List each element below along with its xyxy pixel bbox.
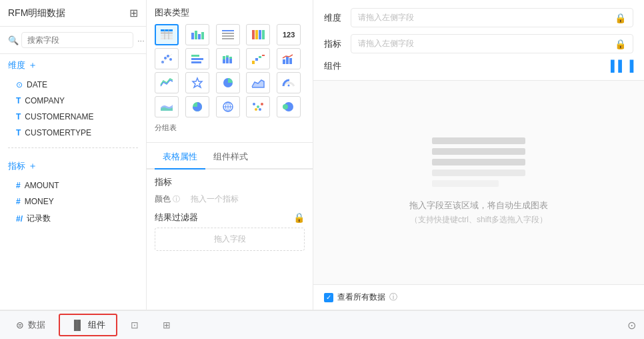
svg-point-41 bbox=[288, 85, 290, 87]
left-header: RFM明细数据 ⊞ bbox=[0, 0, 146, 27]
field-money[interactable]: # MONEY bbox=[0, 194, 146, 210]
check-row: ✓ 查看所有数据 ⓘ bbox=[313, 284, 644, 310]
svg-rect-13 bbox=[222, 38, 234, 39]
chart-type-title: 图表类型 bbox=[155, 7, 305, 19]
metrics-placeholder: 请拖入左侧字段 bbox=[358, 38, 414, 49]
expand-icon[interactable]: ⊙ bbox=[625, 316, 639, 334]
svg-rect-9 bbox=[201, 32, 204, 39]
svg-rect-1 bbox=[161, 32, 173, 34]
bottom-right: ⊙ bbox=[625, 316, 639, 334]
component-row: 组件 ▌▌▐ bbox=[324, 60, 633, 72]
chart-area-solid[interactable] bbox=[155, 96, 179, 117]
right-panel: 维度 请拖入左侧字段 🔒 指标 请拖入左侧字段 🔒 组件 ▌▌▐ bbox=[313, 0, 644, 310]
chart-line-bar[interactable] bbox=[277, 48, 301, 69]
svg-rect-8 bbox=[198, 34, 201, 39]
svg-rect-33 bbox=[255, 58, 258, 61]
search-input[interactable] bbox=[21, 32, 133, 48]
field-money-label: MONEY bbox=[25, 197, 54, 206]
svg-rect-16 bbox=[259, 30, 261, 39]
chart-star[interactable] bbox=[185, 72, 209, 93]
tab-table-props[interactable]: 表格属性 bbox=[155, 145, 205, 170]
field-amount-label: AMOUNT bbox=[25, 181, 59, 190]
dimension-drop-zone[interactable]: 请拖入左侧字段 🔒 bbox=[351, 8, 633, 27]
svg-rect-34 bbox=[259, 56, 261, 58]
svg-point-50 bbox=[255, 108, 257, 111]
svg-rect-27 bbox=[223, 56, 225, 59]
chart-type-section: 图表类型 123 bbox=[147, 0, 313, 139]
bottom-tab-data[interactable]: ⊜ 数据 bbox=[5, 315, 56, 335]
dimension-row: 维度 请拖入左侧字段 🔒 bbox=[324, 8, 633, 27]
text-icon-customername: T bbox=[16, 112, 21, 121]
field-date[interactable]: ⊙ DATE bbox=[0, 77, 146, 93]
chart-gauge[interactable] bbox=[277, 72, 301, 93]
svg-rect-2 bbox=[161, 35, 173, 37]
hash-icon-money: # bbox=[16, 197, 21, 206]
bottom-bar: ⊜ 数据 ▐▌ 组件 ⊡ ⊞ ⊙ bbox=[0, 310, 644, 339]
text-icon-customertype: T bbox=[16, 128, 21, 137]
field-company-label: COMPANY bbox=[25, 96, 65, 105]
svg-point-53 bbox=[283, 104, 288, 109]
chart-area[interactable] bbox=[246, 72, 270, 93]
chart-waterfall[interactable] bbox=[246, 48, 270, 69]
svg-marker-39 bbox=[193, 78, 202, 87]
lock-icon-dim: 🔒 bbox=[615, 13, 626, 23]
field-amount[interactable]: # AMOUNT bbox=[0, 178, 146, 194]
check-label: 查看所有数据 bbox=[337, 292, 385, 303]
chart-pie-solid[interactable] bbox=[185, 96, 209, 117]
chart1-icon: ⊡ bbox=[131, 320, 139, 330]
component-label: 组件 bbox=[324, 60, 351, 72]
metrics-drop-zone[interactable]: 请拖入左侧字段 🔒 bbox=[351, 34, 633, 53]
add-dimension-button[interactable]: ＋ bbox=[28, 59, 37, 71]
search-bar: 🔍 ··· bbox=[0, 27, 146, 54]
color-row: 颜色 ⓘ 拖入一个指标 bbox=[155, 194, 305, 205]
chart-color[interactable] bbox=[246, 24, 270, 45]
chart-line[interactable] bbox=[155, 72, 179, 93]
field-records[interactable]: #/ 记录数 bbox=[0, 210, 146, 228]
chart-globe[interactable] bbox=[216, 96, 240, 117]
svg-point-49 bbox=[261, 103, 263, 105]
field-customertype[interactable]: T CUSTOMERTYPE bbox=[0, 125, 146, 141]
svg-point-20 bbox=[167, 55, 169, 57]
bottom-tab-chart2[interactable]: ⊞ bbox=[152, 316, 181, 334]
metrics-section: 指标 颜色 ⓘ 拖入一个指标 结果过滤器 🔒 拖入字段 bbox=[147, 170, 313, 260]
chart-bar-vertical[interactable] bbox=[185, 48, 209, 69]
chart-number[interactable]: 123 bbox=[277, 24, 301, 45]
chart-grid: 123 bbox=[155, 24, 305, 117]
section-divider bbox=[8, 147, 138, 148]
field-customername[interactable]: T CUSTOMERNAME bbox=[0, 109, 146, 125]
chart-dot[interactable] bbox=[246, 96, 270, 117]
chart-bubble[interactable] bbox=[277, 96, 301, 117]
svg-rect-14 bbox=[252, 30, 255, 39]
chart-pie[interactable] bbox=[216, 72, 240, 93]
svg-rect-31 bbox=[229, 57, 232, 59]
svg-rect-32 bbox=[252, 61, 255, 64]
svg-point-51 bbox=[259, 108, 261, 111]
tab-component-style[interactable]: 组件样式 bbox=[205, 145, 256, 170]
table-icon: ⊞ bbox=[129, 7, 138, 19]
bottom-tab-chart1[interactable]: ⊡ bbox=[120, 316, 149, 334]
chart-bar-group[interactable] bbox=[185, 24, 209, 45]
filter-drop-zone[interactable]: 拖入字段 bbox=[155, 228, 305, 251]
chart-bar-stacked[interactable] bbox=[216, 48, 240, 69]
grouped-table-label: 分组表 bbox=[155, 123, 305, 133]
checkbox-all-data[interactable]: ✓ bbox=[324, 293, 333, 302]
chart-scatter[interactable] bbox=[155, 48, 179, 69]
more-icon[interactable]: ··· bbox=[137, 35, 145, 45]
chart-table[interactable] bbox=[155, 24, 179, 45]
field-customertype-label: CUSTOMERTYPE bbox=[25, 128, 91, 137]
middle-divider bbox=[147, 142, 313, 143]
right-content: 拖入字段至该区域，将自动生成图表 （支持快捷键ctrl、shift多选拖入字段） bbox=[313, 81, 644, 284]
placeholder-text-1: 拖入字段至该区域，将自动生成图表 （支持快捷键ctrl、shift多选拖入字段） bbox=[409, 198, 548, 228]
info-icon: ⓘ bbox=[389, 292, 397, 303]
field-customername-label: CUSTOMERNAME bbox=[25, 112, 93, 121]
chart-list[interactable] bbox=[216, 24, 240, 45]
filter-row: 结果过滤器 🔒 bbox=[155, 212, 305, 224]
color-info-icon: ⓘ bbox=[173, 194, 180, 204]
middle-panel: 图表类型 123 bbox=[147, 0, 313, 310]
field-company[interactable]: T COMPANY bbox=[0, 93, 146, 109]
svg-rect-24 bbox=[191, 55, 199, 57]
bottom-data-label: 数据 bbox=[28, 319, 45, 331]
color-label: 颜色 ⓘ bbox=[155, 194, 180, 205]
add-metric-button[interactable]: ＋ bbox=[28, 160, 37, 172]
bottom-tab-component[interactable]: ▐▌ 组件 bbox=[59, 314, 117, 336]
